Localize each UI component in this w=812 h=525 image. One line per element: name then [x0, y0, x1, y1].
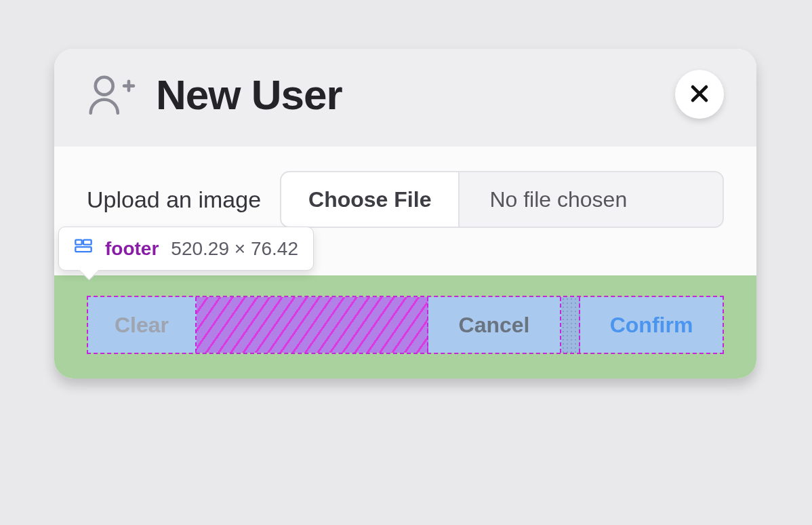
- svg-point-0: [96, 77, 113, 95]
- upload-row: Upload an image Choose File No file chos…: [87, 171, 724, 228]
- choose-file-button[interactable]: Choose File: [281, 172, 460, 227]
- footer-flex-overlay: Clear Cancel Confirm: [87, 296, 724, 354]
- devtools-tooltip: footer 520.29 × 76.42: [58, 227, 314, 271]
- clear-button[interactable]: Clear: [88, 297, 197, 353]
- svg-rect-6: [83, 240, 92, 245]
- cancel-button-label: Cancel: [459, 313, 530, 338]
- svg-rect-7: [75, 247, 91, 252]
- cancel-button[interactable]: Cancel: [428, 297, 561, 353]
- close-icon: [688, 82, 711, 107]
- file-status-text: No file chosen: [460, 172, 723, 227]
- flex-icon: [74, 237, 93, 260]
- confirm-button[interactable]: Confirm: [580, 297, 723, 353]
- new-user-dialog: New User Upload an image Choose File No …: [54, 49, 756, 378]
- confirm-button-label: Confirm: [610, 313, 693, 338]
- margin-region: [561, 297, 580, 353]
- dialog-header-left: New User: [85, 69, 342, 119]
- devtools-dimensions: 520.29 × 76.42: [171, 238, 298, 260]
- flex-gap-region: [197, 297, 428, 353]
- devtools-element-name: footer: [105, 238, 159, 260]
- dialog-header: New User: [54, 49, 756, 147]
- clear-button-label: Clear: [115, 313, 169, 338]
- file-input[interactable]: Choose File No file chosen: [280, 171, 724, 228]
- svg-rect-5: [75, 240, 81, 245]
- dialog-title: New User: [156, 71, 342, 119]
- dialog-footer: footer 520.29 × 76.42 Clear Cancel Confi…: [54, 275, 756, 378]
- close-button[interactable]: [675, 70, 724, 119]
- user-plus-icon: [85, 69, 136, 119]
- upload-label: Upload an image: [87, 187, 261, 213]
